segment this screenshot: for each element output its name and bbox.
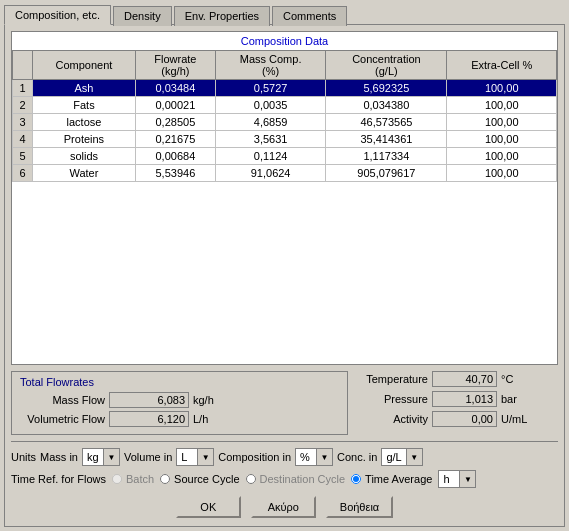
temperature-value[interactable] (432, 371, 497, 387)
composition-in-label: Composition in (218, 451, 291, 463)
row-extra-cell: 100,00 (447, 131, 557, 148)
volume-dropdown[interactable]: L ▼ (176, 448, 214, 466)
table-row[interactable]: 4 Proteins 0,21675 3,5631 35,414361 100,… (13, 131, 557, 148)
row-component: Ash (33, 80, 136, 97)
main-window: Composition, etc. Density Env. Propertie… (0, 0, 569, 531)
volumetric-flow-unit: L/h (193, 413, 208, 425)
row-concentration: 905,079617 (326, 165, 447, 182)
table-row[interactable]: 5 solids 0,00684 0,1124 1,117334 100,00 (13, 148, 557, 165)
batch-radio-group: Batch (112, 473, 154, 485)
volumetric-flow-value[interactable] (109, 411, 189, 427)
table-container: Component Flowrate(kg/h) Mass Comp.(%) C… (12, 50, 557, 364)
time-average-radio-group: Time Average (351, 473, 432, 485)
time-ref-label: Time Ref. for Flows (11, 473, 106, 485)
time-unit-dropdown[interactable]: h ▼ (438, 470, 476, 488)
help-button[interactable]: Βοήθεια (326, 496, 393, 518)
row-extra-cell: 100,00 (447, 80, 557, 97)
mass-dropdown[interactable]: kg ▼ (82, 448, 120, 466)
time-average-label: Time Average (365, 473, 432, 485)
composition-value: % (296, 451, 316, 463)
row-concentration: 35,414361 (326, 131, 447, 148)
composition-dropdown[interactable]: % ▼ (295, 448, 333, 466)
activity-value[interactable] (432, 411, 497, 427)
row-mass-comp: 3,5631 (215, 131, 326, 148)
cancel-button[interactable]: Ακύρο (251, 496, 316, 518)
temperature-row: Temperature °C (358, 371, 558, 387)
dest-cycle-label: Destination Cycle (260, 473, 346, 485)
tab-density[interactable]: Density (113, 6, 172, 26)
divider-1 (11, 441, 558, 442)
table-row[interactable]: 1 Ash 0,03484 0,5727 5,692325 100,00 (13, 80, 557, 97)
row-extra-cell: 100,00 (447, 114, 557, 131)
row-num: 6 (13, 165, 33, 182)
table-row[interactable]: 6 Water 5,53946 91,0624 905,079617 100,0… (13, 165, 557, 182)
table-row[interactable]: 3 lactose 0,28505 4,6859 46,573565 100,0… (13, 114, 557, 131)
row-num: 4 (13, 131, 33, 148)
col-num (13, 51, 33, 80)
row-flowrate: 5,53946 (135, 165, 215, 182)
mass-flow-label: Mass Flow (20, 394, 105, 406)
source-cycle-radio-group: Source Cycle (160, 473, 239, 485)
conc-dropdown-btn[interactable]: ▼ (406, 449, 422, 465)
volume-dropdown-btn[interactable]: ▼ (197, 449, 213, 465)
tab-env-properties[interactable]: Env. Properties (174, 6, 270, 26)
row-mass-comp: 91,0624 (215, 165, 326, 182)
time-ref-row: Time Ref. for Flows Batch Source Cycle D… (11, 470, 558, 488)
batch-radio[interactable] (112, 474, 122, 484)
flowrates-section: Total Flowrates Mass Flow kg/h Volumetri… (11, 371, 558, 435)
dest-cycle-radio-group: Destination Cycle (246, 473, 346, 485)
row-component: Fats (33, 97, 136, 114)
col-extra-cell: Extra-Cell % (447, 51, 557, 80)
col-concentration: Concentration(g/L) (326, 51, 447, 80)
row-mass-comp: 0,0035 (215, 97, 326, 114)
row-extra-cell: 100,00 (447, 148, 557, 165)
tab-comments[interactable]: Comments (272, 6, 347, 26)
row-extra-cell: 100,00 (447, 165, 557, 182)
temperature-unit: °C (501, 373, 513, 385)
tab-bar: Composition, etc. Density Env. Propertie… (0, 0, 569, 24)
row-component: Proteins (33, 131, 136, 148)
row-concentration: 46,573565 (326, 114, 447, 131)
tab-composition[interactable]: Composition, etc. (4, 5, 111, 25)
mass-in-label: Mass in (40, 451, 78, 463)
volumetric-flow-label: Volumetric Flow (20, 413, 105, 425)
mass-dropdown-btn[interactable]: ▼ (103, 449, 119, 465)
pressure-label: Pressure (358, 393, 428, 405)
row-num: 1 (13, 80, 33, 97)
composition-dropdown-btn[interactable]: ▼ (316, 449, 332, 465)
row-mass-comp: 0,1124 (215, 148, 326, 165)
col-flowrate: Flowrate(kg/h) (135, 51, 215, 80)
row-flowrate: 0,00021 (135, 97, 215, 114)
conc-in-label: Conc. in (337, 451, 377, 463)
pressure-value[interactable] (432, 391, 497, 407)
pressure-row: Pressure bar (358, 391, 558, 407)
button-row: OK Ακύρο Βοήθεια (11, 492, 558, 520)
bottom-section: Total Flowrates Mass Flow kg/h Volumetri… (11, 371, 558, 520)
time-average-radio[interactable] (351, 474, 361, 484)
conc-value: g/L (382, 451, 405, 463)
volume-in-label: Volume in (124, 451, 172, 463)
pressure-unit: bar (501, 393, 517, 405)
row-component: solids (33, 148, 136, 165)
row-flowrate: 0,21675 (135, 131, 215, 148)
composition-data-title: Composition Data (12, 32, 557, 50)
source-cycle-radio[interactable] (160, 474, 170, 484)
activity-row: Activity U/mL (358, 411, 558, 427)
row-component: Water (33, 165, 136, 182)
row-flowrate: 0,00684 (135, 148, 215, 165)
batch-label: Batch (126, 473, 154, 485)
ok-button[interactable]: OK (176, 496, 241, 518)
row-num: 2 (13, 97, 33, 114)
properties-panel: Temperature °C Pressure bar Activity U/m… (358, 371, 558, 427)
conc-dropdown[interactable]: g/L ▼ (381, 448, 422, 466)
mass-flow-value[interactable] (109, 392, 189, 408)
time-unit-value: h (439, 473, 459, 485)
row-concentration: 5,692325 (326, 80, 447, 97)
dest-cycle-radio[interactable] (246, 474, 256, 484)
time-unit-dropdown-btn[interactable]: ▼ (459, 471, 475, 487)
row-num: 3 (13, 114, 33, 131)
main-content: Composition Data Component Flowrate(kg/h… (4, 24, 565, 527)
mass-value: kg (83, 451, 103, 463)
table-row[interactable]: 2 Fats 0,00021 0,0035 0,034380 100,00 (13, 97, 557, 114)
col-mass-comp: Mass Comp.(%) (215, 51, 326, 80)
